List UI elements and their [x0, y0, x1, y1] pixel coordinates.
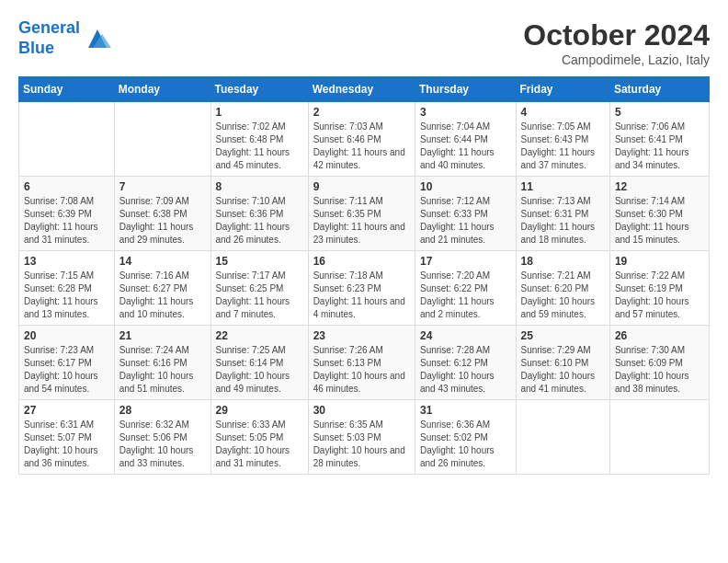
- calendar-cell: 29Sunrise: 6:33 AMSunset: 5:05 PMDayligh…: [210, 400, 308, 475]
- day-number: 26: [615, 329, 704, 342]
- calendar-cell: 20Sunrise: 7:23 AMSunset: 6:17 PMDayligh…: [19, 326, 115, 400]
- day-number: 14: [119, 255, 206, 268]
- day-number: 27: [24, 404, 109, 417]
- calendar-cell: 7Sunrise: 7:09 AMSunset: 6:38 PMDaylight…: [114, 177, 210, 251]
- day-info: Sunrise: 7:04 AMSunset: 6:44 PMDaylight:…: [420, 121, 511, 172]
- calendar-cell: 31Sunrise: 6:36 AMSunset: 5:02 PMDayligh…: [415, 400, 516, 475]
- calendar-cell: [609, 400, 709, 475]
- calendar-cell: 11Sunrise: 7:13 AMSunset: 6:31 PMDayligh…: [516, 177, 609, 251]
- day-info: Sunrise: 7:29 AMSunset: 6:10 PMDaylight:…: [521, 344, 605, 396]
- day-info: Sunrise: 7:02 AMSunset: 6:48 PMDaylight:…: [216, 121, 303, 172]
- day-number: 15: [216, 255, 303, 268]
- calendar-cell: [19, 102, 115, 177]
- calendar-cell: 3Sunrise: 7:04 AMSunset: 6:44 PMDaylight…: [415, 102, 516, 177]
- calendar-cell: 10Sunrise: 7:12 AMSunset: 6:33 PMDayligh…: [415, 177, 516, 251]
- calendar-cell: 25Sunrise: 7:29 AMSunset: 6:10 PMDayligh…: [516, 326, 609, 400]
- day-number: 5: [615, 106, 704, 119]
- day-info: Sunrise: 6:31 AMSunset: 5:07 PMDaylight:…: [24, 419, 109, 470]
- day-number: 29: [216, 404, 303, 417]
- calendar-week-row: 13Sunrise: 7:15 AMSunset: 6:28 PMDayligh…: [19, 251, 710, 326]
- day-info: Sunrise: 7:16 AMSunset: 6:27 PMDaylight:…: [119, 270, 206, 321]
- calendar-cell: 27Sunrise: 6:31 AMSunset: 5:07 PMDayligh…: [19, 400, 115, 475]
- day-number: 22: [216, 329, 303, 342]
- day-info: Sunrise: 7:30 AMSunset: 6:09 PMDaylight:…: [615, 344, 704, 396]
- day-info: Sunrise: 7:08 AMSunset: 6:39 PMDaylight:…: [24, 195, 109, 247]
- day-info: Sunrise: 6:33 AMSunset: 5:05 PMDaylight:…: [216, 419, 303, 470]
- day-info: Sunrise: 7:22 AMSunset: 6:19 PMDaylight:…: [615, 270, 704, 321]
- calendar-cell: 4Sunrise: 7:05 AMSunset: 6:43 PMDaylight…: [516, 102, 609, 177]
- day-info: Sunrise: 7:09 AMSunset: 6:38 PMDaylight:…: [119, 195, 206, 247]
- day-number: 19: [615, 255, 704, 268]
- day-number: 1: [216, 106, 303, 119]
- calendar-table: SundayMondayTuesdayWednesdayThursdayFrid…: [18, 76, 710, 475]
- day-number: 17: [420, 255, 511, 268]
- day-info: Sunrise: 7:10 AMSunset: 6:36 PMDaylight:…: [216, 195, 303, 247]
- day-info: Sunrise: 7:13 AMSunset: 6:31 PMDaylight:…: [521, 195, 605, 247]
- day-number: 6: [24, 180, 109, 193]
- day-info: Sunrise: 7:05 AMSunset: 6:43 PMDaylight:…: [521, 121, 605, 172]
- day-info: Sunrise: 7:06 AMSunset: 6:41 PMDaylight:…: [615, 121, 704, 172]
- day-number: 4: [521, 106, 605, 119]
- weekday-header: Monday: [114, 77, 210, 102]
- calendar-cell: 8Sunrise: 7:10 AMSunset: 6:36 PMDaylight…: [210, 177, 308, 251]
- weekday-header: Saturday: [609, 77, 709, 102]
- day-number: 18: [521, 255, 605, 268]
- calendar-cell: 5Sunrise: 7:06 AMSunset: 6:41 PMDaylight…: [609, 102, 709, 177]
- location: Campodimele, Lazio, Italy: [523, 52, 710, 67]
- calendar-cell: 1Sunrise: 7:02 AMSunset: 6:48 PMDaylight…: [210, 102, 308, 177]
- calendar-cell: 14Sunrise: 7:16 AMSunset: 6:27 PMDayligh…: [114, 251, 210, 326]
- day-info: Sunrise: 7:28 AMSunset: 6:12 PMDaylight:…: [420, 344, 511, 396]
- weekday-header: Sunday: [19, 77, 115, 102]
- calendar-week-row: 27Sunrise: 6:31 AMSunset: 5:07 PMDayligh…: [19, 400, 710, 475]
- day-info: Sunrise: 7:15 AMSunset: 6:28 PMDaylight:…: [24, 270, 109, 321]
- day-number: 12: [615, 180, 704, 193]
- day-info: Sunrise: 7:14 AMSunset: 6:30 PMDaylight:…: [615, 195, 704, 247]
- calendar-week-row: 20Sunrise: 7:23 AMSunset: 6:17 PMDayligh…: [19, 326, 710, 400]
- calendar-cell: [516, 400, 609, 475]
- day-info: Sunrise: 7:24 AMSunset: 6:16 PMDaylight:…: [119, 344, 206, 396]
- calendar-cell: 2Sunrise: 7:03 AMSunset: 6:46 PMDaylight…: [308, 102, 415, 177]
- title-area: October 2024 Campodimele, Lazio, Italy: [523, 18, 710, 67]
- month-title: October 2024: [523, 18, 710, 52]
- day-number: 28: [119, 404, 206, 417]
- calendar-cell: 13Sunrise: 7:15 AMSunset: 6:28 PMDayligh…: [19, 251, 115, 326]
- calendar-week-row: 1Sunrise: 7:02 AMSunset: 6:48 PMDaylight…: [19, 102, 710, 177]
- calendar-cell: 6Sunrise: 7:08 AMSunset: 6:39 PMDaylight…: [19, 177, 115, 251]
- day-info: Sunrise: 7:26 AMSunset: 6:13 PMDaylight:…: [313, 344, 410, 396]
- calendar-cell: 22Sunrise: 7:25 AMSunset: 6:14 PMDayligh…: [210, 326, 308, 400]
- calendar-cell: 18Sunrise: 7:21 AMSunset: 6:20 PMDayligh…: [516, 251, 609, 326]
- day-number: 2: [313, 106, 410, 119]
- logo-text: GeneralBlue: [18, 18, 80, 58]
- logo: GeneralBlue: [18, 18, 111, 58]
- weekday-header: Friday: [516, 77, 609, 102]
- day-number: 25: [521, 329, 605, 342]
- day-info: Sunrise: 7:12 AMSunset: 6:33 PMDaylight:…: [420, 195, 511, 247]
- day-info: Sunrise: 6:35 AMSunset: 5:03 PMDaylight:…: [313, 419, 410, 470]
- day-number: 24: [420, 329, 511, 342]
- weekday-header: Wednesday: [308, 77, 415, 102]
- calendar-cell: 19Sunrise: 7:22 AMSunset: 6:19 PMDayligh…: [609, 251, 709, 326]
- day-number: 10: [420, 180, 511, 193]
- day-number: 21: [119, 329, 206, 342]
- calendar-cell: 26Sunrise: 7:30 AMSunset: 6:09 PMDayligh…: [609, 326, 709, 400]
- day-number: 23: [313, 329, 410, 342]
- weekday-header: Tuesday: [210, 77, 308, 102]
- calendar-cell: 15Sunrise: 7:17 AMSunset: 6:25 PMDayligh…: [210, 251, 308, 326]
- day-info: Sunrise: 7:20 AMSunset: 6:22 PMDaylight:…: [420, 270, 511, 321]
- calendar-cell: 28Sunrise: 6:32 AMSunset: 5:06 PMDayligh…: [114, 400, 210, 475]
- day-number: 7: [119, 180, 206, 193]
- day-info: Sunrise: 7:25 AMSunset: 6:14 PMDaylight:…: [216, 344, 303, 396]
- day-number: 16: [313, 255, 410, 268]
- day-number: 11: [521, 180, 605, 193]
- calendar-week-row: 6Sunrise: 7:08 AMSunset: 6:39 PMDaylight…: [19, 177, 710, 251]
- day-info: Sunrise: 6:36 AMSunset: 5:02 PMDaylight:…: [420, 419, 511, 470]
- day-info: Sunrise: 7:23 AMSunset: 6:17 PMDaylight:…: [24, 344, 109, 396]
- calendar-cell: 30Sunrise: 6:35 AMSunset: 5:03 PMDayligh…: [308, 400, 415, 475]
- day-number: 8: [216, 180, 303, 193]
- day-number: 30: [313, 404, 410, 417]
- day-info: Sunrise: 7:17 AMSunset: 6:25 PMDaylight:…: [216, 270, 303, 321]
- calendar-cell: 24Sunrise: 7:28 AMSunset: 6:12 PMDayligh…: [415, 326, 516, 400]
- calendar-cell: 23Sunrise: 7:26 AMSunset: 6:13 PMDayligh…: [308, 326, 415, 400]
- calendar-cell: 12Sunrise: 7:14 AMSunset: 6:30 PMDayligh…: [609, 177, 709, 251]
- logo-icon: [84, 25, 111, 52]
